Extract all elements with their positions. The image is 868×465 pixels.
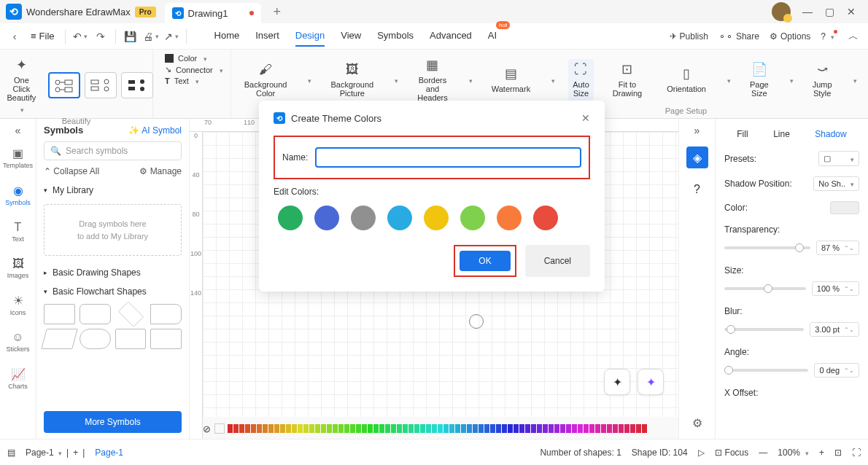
swatch-20[interactable] xyxy=(344,424,349,433)
swatch-6[interactable] xyxy=(263,424,268,433)
shape-diamond[interactable] xyxy=(117,301,143,327)
size-value[interactable]: 100 % xyxy=(812,281,859,296)
ai-assist-button-2[interactable]: ✦ xyxy=(638,369,664,395)
ok-button[interactable]: OK xyxy=(460,251,510,271)
tab-view[interactable]: View xyxy=(341,26,361,47)
add-page-button[interactable]: + xyxy=(73,448,78,458)
swatch-49[interactable] xyxy=(514,424,519,433)
props-tab-fill[interactable]: Fill xyxy=(732,126,752,142)
info-panel-button[interactable]: ? xyxy=(686,179,708,200)
swatch-50[interactable] xyxy=(519,424,524,433)
tab-ai[interactable]: AIhot xyxy=(488,26,497,47)
my-library-section[interactable]: My Library xyxy=(44,181,182,200)
fit-page-button[interactable]: ⊡ xyxy=(834,448,842,458)
swatch-38[interactable] xyxy=(449,424,454,433)
swatch-62[interactable] xyxy=(589,424,594,433)
swatch-15[interactable] xyxy=(315,424,320,433)
swatch-30[interactable] xyxy=(403,424,408,433)
orient-chevron[interactable] xyxy=(725,74,731,85)
print-button[interactable]: 🖨 xyxy=(142,28,160,45)
layout-option-2[interactable] xyxy=(85,72,117,98)
style-panel-button[interactable]: ◈ xyxy=(686,146,708,168)
background-color-button[interactable]: 🖌Background Color xyxy=(239,59,293,101)
focus-button[interactable]: ⊡ Focus xyxy=(715,448,749,458)
collapse-all-button[interactable]: ⌃ Collapse All xyxy=(44,166,99,176)
swatch-9[interactable] xyxy=(280,424,285,433)
new-tab-button[interactable]: + xyxy=(273,4,281,20)
play-button[interactable]: ▷ xyxy=(698,448,705,458)
swatch-11[interactable] xyxy=(292,424,297,433)
more-symbols-button[interactable]: More Symbols xyxy=(44,411,182,433)
shape-subprocess[interactable] xyxy=(150,329,182,349)
swatch-61[interactable] xyxy=(584,424,589,433)
swatch-25[interactable] xyxy=(373,424,379,433)
swatch-47[interactable] xyxy=(502,424,507,433)
theme-color-0[interactable] xyxy=(278,206,303,230)
swatch-19[interactable] xyxy=(338,424,344,433)
swatch-64[interactable] xyxy=(601,424,606,433)
undo-button[interactable]: ↶ xyxy=(71,28,89,45)
dialog-close-button[interactable]: ✕ xyxy=(581,112,590,124)
props-tab-line[interactable]: Line xyxy=(769,126,794,142)
collapse-ribbon-button[interactable]: ︿ xyxy=(845,28,862,45)
swatch-18[interactable] xyxy=(333,424,338,433)
size-slider[interactable] xyxy=(724,287,806,290)
layout-option-1[interactable] xyxy=(48,72,80,98)
swatch-4[interactable] xyxy=(251,424,256,433)
nav-images[interactable]: 🖼Images xyxy=(4,253,32,284)
shape-terminator[interactable] xyxy=(80,329,111,349)
pagesize-chevron[interactable] xyxy=(788,74,794,85)
transparency-value[interactable]: 87 % xyxy=(816,241,859,255)
close-button[interactable]: ✕ xyxy=(840,6,862,17)
swatch-39[interactable] xyxy=(455,424,460,433)
collapse-sidebar-button[interactable]: « xyxy=(15,125,21,136)
watermark-button[interactable]: ▤Watermark xyxy=(486,63,536,96)
shape-parallel[interactable] xyxy=(41,329,77,349)
swatch-52[interactable] xyxy=(531,424,536,433)
nav-text[interactable]: TText xyxy=(4,216,32,247)
swatch-13[interactable] xyxy=(303,424,309,433)
angle-value[interactable]: 0 deg xyxy=(814,363,859,378)
swatch-44[interactable] xyxy=(484,424,489,433)
swatch-43[interactable] xyxy=(478,424,484,433)
share-button[interactable]: ⚬⚬Share xyxy=(718,31,759,42)
options-button[interactable]: ⚙Options xyxy=(770,31,810,42)
file-menu[interactable]: ≡File xyxy=(26,29,59,43)
library-drop-zone[interactable]: Drag symbols here to add to My Library xyxy=(44,204,182,256)
tab-home[interactable]: Home xyxy=(214,26,240,47)
page-select-dropdown[interactable]: Page-1 xyxy=(26,448,62,458)
ribbon-connector-button[interactable]: ↘Connector xyxy=(165,65,223,74)
swatch-27[interactable] xyxy=(385,424,390,433)
shadow-color-swatch[interactable] xyxy=(830,201,859,214)
ai-symbol-button[interactable]: ✨AI Symbol xyxy=(128,125,182,136)
fullscreen-button[interactable]: ⛶ xyxy=(852,448,861,458)
watermark-chevron[interactable] xyxy=(549,74,555,85)
swatch-8[interactable] xyxy=(274,424,279,433)
swatch-51[interactable] xyxy=(525,424,530,433)
swatch-57[interactable] xyxy=(560,424,565,433)
shape-rounded[interactable] xyxy=(80,304,111,324)
export-button[interactable]: ↗ xyxy=(163,28,180,45)
props-tab-shadow[interactable]: Shadow xyxy=(810,126,850,142)
ribbon-color-button[interactable]: Color xyxy=(165,54,223,63)
nav-symbols[interactable]: ◉Symbols xyxy=(4,179,32,211)
swatch-70[interactable] xyxy=(636,424,641,433)
tab-insert[interactable]: Insert xyxy=(255,26,279,47)
tab-advanced[interactable]: Advanced xyxy=(430,26,472,47)
orientation-button[interactable]: ▯Orientation xyxy=(661,63,712,96)
swatch-32[interactable] xyxy=(414,424,419,433)
swatch-0[interactable] xyxy=(228,424,233,433)
swatch-36[interactable] xyxy=(438,424,443,433)
swatch-26[interactable] xyxy=(379,424,384,433)
swatch-21[interactable] xyxy=(350,424,355,433)
theme-name-input[interactable] xyxy=(315,147,581,168)
borders-headers-button[interactable]: ▦Borders and Headers xyxy=(411,54,454,105)
swatch-35[interactable] xyxy=(432,424,437,433)
swatch-16[interactable] xyxy=(321,424,326,433)
swatch-2[interactable] xyxy=(239,424,244,433)
swatch-65[interactable] xyxy=(607,424,612,433)
shadow-position-dropdown[interactable]: No Sh.. xyxy=(813,176,859,191)
document-tab[interactable]: ⟲ Drawing1 xyxy=(165,3,262,23)
redo-button[interactable]: ↷ xyxy=(92,28,109,45)
cancel-button[interactable]: Cancel xyxy=(525,245,590,277)
